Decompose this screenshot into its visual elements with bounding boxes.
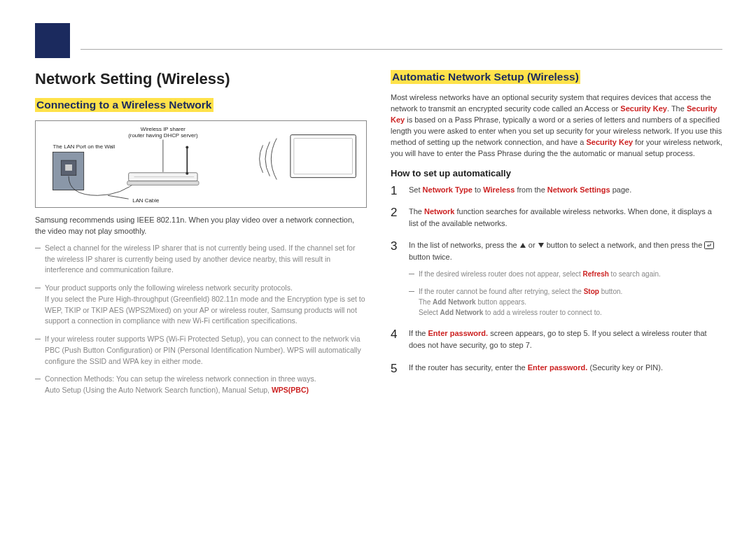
t: button to select a network, and then pre… <box>545 241 705 249</box>
svg-rect-9 <box>290 135 356 178</box>
t: function searches for available wireless… <box>409 207 712 227</box>
wireless-diagram: Wireless IP sharer (router having DHCP s… <box>35 120 367 208</box>
t: from the <box>514 185 547 194</box>
diagram-label-sharer1: Wireless IP sharer <box>141 126 186 132</box>
diagram-label-lanport: The LAN Port on the Wall <box>52 143 115 150</box>
svg-point-8 <box>186 172 188 175</box>
t: button. <box>599 288 622 295</box>
sub-bullet: If the router cannot be found after retr… <box>409 286 722 318</box>
wps-pbc-term: WPS(PBC) <box>272 386 309 394</box>
security-key-term: Security Key <box>620 104 667 113</box>
step-5: If the router has security, enter the En… <box>391 362 722 374</box>
step-3-sublist: If the desired wireless router does not … <box>409 269 722 318</box>
svg-line-12 <box>108 195 129 199</box>
step-3: In the list of networks, press the or bu… <box>391 239 722 318</box>
t: or <box>526 241 538 249</box>
step-1: Set Network Type to Wireless from the Ne… <box>391 184 722 196</box>
bullet-item: Select a channel for the wireless IP sha… <box>35 243 367 276</box>
svg-rect-2 <box>65 164 72 171</box>
t: If the <box>409 329 428 337</box>
t: If the router has security, enter the <box>409 363 528 372</box>
page-content: Network Setting (Wireless) Connecting to… <box>35 70 722 403</box>
left-bullet-list: Select a channel for the wireless IP sha… <box>35 243 367 396</box>
network-settings-term: Network Settings <box>547 185 610 194</box>
t: The <box>409 207 424 216</box>
svg-point-7 <box>186 146 188 148</box>
step-4: If the Enter password. screen appears, g… <box>391 328 722 351</box>
steps-list: Set Network Type to Wireless from the Ne… <box>391 184 722 374</box>
t: Select <box>419 309 440 316</box>
diagram-label-sharer2: (router having DHCP server) <box>128 132 198 139</box>
add-network-term: Add Network <box>440 309 484 316</box>
t: If the router cannot be found after retr… <box>419 288 584 295</box>
down-arrow-icon <box>538 243 544 248</box>
t: to <box>472 185 483 194</box>
add-network-term: Add Network <box>433 298 476 306</box>
svg-rect-10 <box>294 139 353 174</box>
wireless-term: Wireless <box>483 185 514 194</box>
network-term: Network <box>424 207 454 216</box>
t: (Security key or PIN). <box>587 363 663 372</box>
enter-password-term: Enter password. <box>528 363 588 372</box>
enter-icon <box>704 239 714 251</box>
bullet-item: If your wireless router supports WPS (Wi… <box>35 334 367 367</box>
t: to search again. <box>609 270 661 278</box>
t: button twice. <box>409 253 452 261</box>
subheading-auto-setup: Automatic Network Setup (Wireless) <box>391 70 580 84</box>
enter-password-term: Enter password. <box>428 329 489 337</box>
top-divider <box>80 49 722 50</box>
page-title: Network Setting (Wireless) <box>35 70 367 88</box>
step-2: The Network function searches for availa… <box>391 206 722 230</box>
page-accent-block <box>35 23 70 58</box>
up-arrow-icon <box>520 243 526 248</box>
network-type-term: Network Type <box>423 185 472 194</box>
right-column: Automatic Network Setup (Wireless) Most … <box>391 70 722 403</box>
t: If the desired wireless router does not … <box>419 270 583 278</box>
subheading-connecting: Connecting to a Wireless Network <box>35 98 214 112</box>
t: to add a wireless router to connect to. <box>483 309 602 316</box>
bullet-item: Connection Methods: You can setup the wi… <box>35 374 367 396</box>
left-intro-text: Samsung recommends using IEEE 802.11n. W… <box>35 215 367 237</box>
security-key-term: Security Key <box>586 138 633 146</box>
diagram-label-lancable: LAN Cable <box>132 197 160 204</box>
stop-term: Stop <box>584 288 599 295</box>
svg-rect-4 <box>127 181 199 185</box>
refresh-term: Refresh <box>583 270 609 278</box>
t: In the list of networks, press the <box>409 241 519 249</box>
t: The <box>419 298 433 306</box>
left-column: Network Setting (Wireless) Connecting to… <box>35 70 367 403</box>
t: button appears. <box>476 298 526 306</box>
t: page. <box>610 185 632 194</box>
right-intro-text: Most wireless networks have an optional … <box>391 92 722 160</box>
sub-bullet: If the desired wireless router does not … <box>409 269 722 279</box>
bullet-item: Your product supports only the following… <box>35 283 367 327</box>
howto-heading: How to set up automatically <box>391 168 722 178</box>
t: Set <box>409 185 423 194</box>
t: . The <box>667 104 687 113</box>
